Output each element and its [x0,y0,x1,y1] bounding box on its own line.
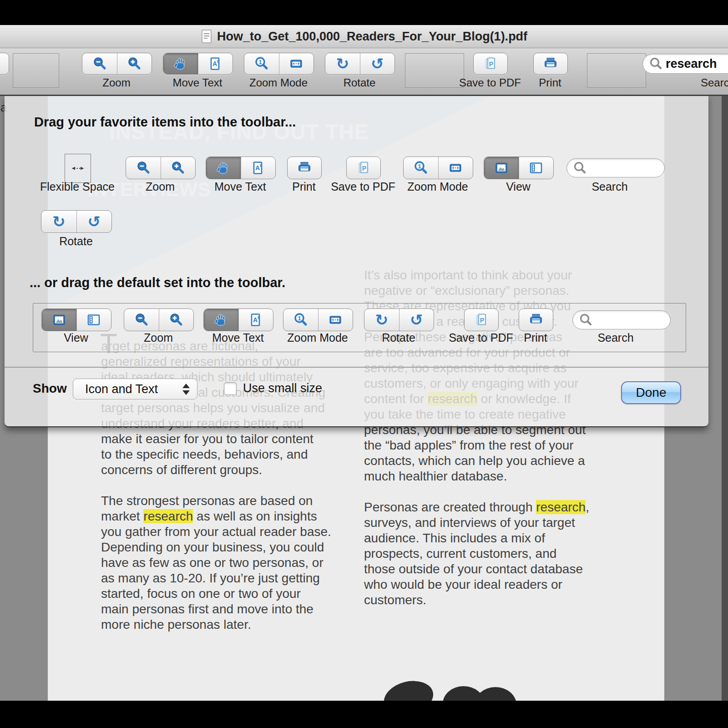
rotate-left-button[interactable]: ↻ [41,211,76,233]
toolbar-zoom[interactable] [82,53,152,75]
toolbar-move-text[interactable]: A [163,53,233,75]
fit-width-button[interactable] [279,53,314,74]
move-tool-button[interactable] [206,157,241,179]
offscreen-toolbar-button[interactable] [0,53,9,75]
fit-width-icon [448,161,463,175]
palette-item-flexible-space[interactable] [65,154,91,183]
silhouette-illustration [380,676,437,701]
toolbar-rotate-label: Rotate [344,76,376,89]
show-mode-dropdown[interactable]: Icon and Text [73,379,197,399]
rotate-left-button[interactable]: ↻ [325,53,360,74]
fit-width-button[interactable] [438,157,473,179]
toolbar-search-field[interactable]: research [642,54,728,74]
default-item-search[interactable] [572,310,671,329]
palette-item-rotate[interactable]: ↻ ↺ [41,210,112,233]
actual-size-button[interactable]: 1 [404,157,438,179]
text-select-button[interactable]: A [238,309,273,331]
text-select-button[interactable]: A [241,157,276,179]
default-item-save-pdf[interactable]: P [464,308,499,331]
rotate-right-button[interactable]: ↺ [76,211,112,233]
palette-item-search[interactable] [566,158,665,177]
actual-size-button[interactable]: 1 [244,53,279,74]
move-tool-button[interactable] [163,53,198,74]
text-line: contacts, which can help you achieve a [364,453,612,469]
rotate-right-button[interactable]: ↺ [360,53,395,74]
default-item-print[interactable] [519,308,553,331]
text-select-icon: A [248,313,263,327]
zoom-out-button[interactable] [82,53,117,74]
search-highlight: research [536,500,586,514]
text-line: surveys, and interviews of your target [364,515,612,531]
default-item-rotate[interactable]: ↻ ↺ [364,308,434,331]
default-item-zoom[interactable] [124,308,194,331]
zoom-out-button[interactable] [126,157,161,179]
default-label-print: Print [524,331,547,344]
palette-label-search: Search [592,180,627,193]
palette-label-flexible-space: Flexible Space [40,180,115,193]
text-line: prospects, current customers, and [364,546,612,561]
save-pdf-icon: P [356,161,371,175]
svg-text:A: A [212,60,217,67]
text-line: main personas first and move into the [101,602,356,617]
palette-item-print[interactable] [287,157,322,179]
actual-size-button[interactable]: 1 [283,309,318,331]
actual-size-icon: 1 [414,161,428,175]
flexible-space-icon [71,161,85,176]
use-small-size-checkbox[interactable] [224,382,237,395]
text-line: the “bad apples” from the rest of your [364,438,612,453]
zoom-in-button[interactable] [117,53,152,74]
text-line: have as few as one or two personas, or [101,555,356,571]
toolbar-rotate[interactable]: ↻ ↺ [325,53,395,75]
view-content-button[interactable] [484,157,519,179]
svg-text:P: P [480,317,484,324]
view-sidebar-button[interactable] [519,157,554,179]
palette-item-move-text[interactable]: A [206,157,276,179]
use-small-size-label: Use small size [243,381,322,395]
right-edge-strip [722,48,728,701]
text-line [364,484,612,500]
show-label: Show [33,381,67,396]
zoom-out-icon [92,56,107,71]
search-highlight: research [143,509,193,523]
rotate-right-icon: ↺ [410,312,423,328]
default-item-view[interactable] [41,308,111,331]
text-line: Depending on your business, you could [101,540,356,555]
default-item-move-text[interactable]: A [203,308,273,331]
fit-width-button[interactable] [318,309,353,331]
toolbar-print[interactable] [533,53,568,75]
rotate-left-button[interactable]: ↻ [364,309,399,331]
view-content-icon [494,161,509,175]
default-item-zoom-mode[interactable]: 1 [283,308,353,331]
pdf-document-icon [201,29,212,44]
text-select-button[interactable]: A [198,53,233,74]
palette-item-view[interactable] [484,157,554,179]
toolbar-dropzone [13,53,59,88]
palette-label-rotate: Rotate [59,235,93,248]
text-line: more niche personas later. [101,617,356,632]
svg-text:A: A [255,164,260,172]
view-sidebar-icon [529,161,543,175]
palette-label-zoom: Zoom [146,180,175,193]
palette-item-zoom[interactable] [126,157,196,179]
default-label-rotate: Rotate [382,331,415,344]
zoom-out-icon [134,313,149,327]
svg-text:1: 1 [298,315,301,322]
view-sidebar-button[interactable] [76,309,111,331]
move-tool-button[interactable] [204,309,238,331]
toolbar-save-pdf[interactable]: P [473,53,508,75]
done-button[interactable]: Done [621,381,681,404]
rotate-right-button[interactable]: ↺ [399,309,434,331]
zoom-in-button[interactable] [159,309,194,331]
toolbar-zoom-mode-label: Zoom Mode [249,76,308,89]
palette-item-save-pdf[interactable]: P [346,157,381,179]
zoom-in-button[interactable] [161,157,196,179]
palette-label-save-pdf: Save to PDF [331,180,395,193]
toolbar-zoom-mode[interactable]: 1 [244,53,314,75]
toolbar-dropzone [587,53,646,88]
window-titlebar[interactable]: How_to_Get_100,000_Readers_For_Your_Blog… [0,25,728,48]
zoom-out-button[interactable] [124,309,159,331]
palette-item-zoom-mode[interactable]: 1 [403,157,473,179]
view-content-button[interactable] [42,309,76,331]
toolbar-search-label: Search [701,76,728,89]
text-select-icon: A [208,56,222,71]
